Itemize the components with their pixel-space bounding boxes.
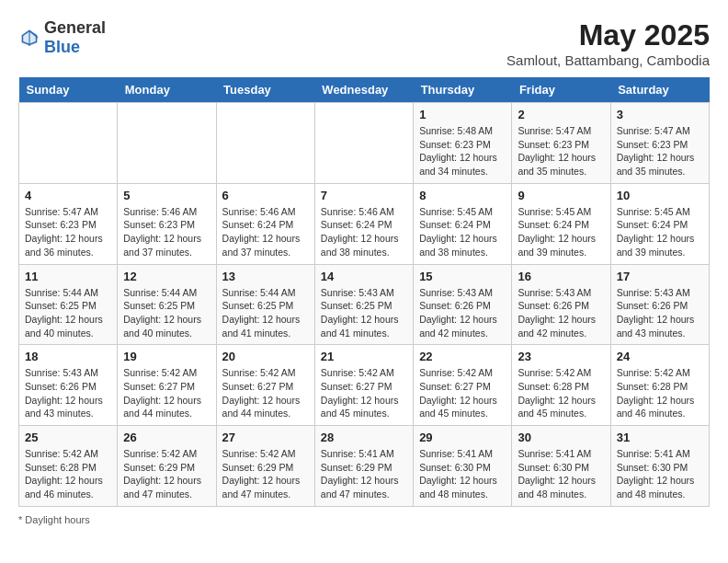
day-number: 31 — [617, 431, 703, 444]
page-header: General Blue May 2025 Samlout, Battamban… — [18, 18, 710, 68]
calendar-cell — [118, 103, 216, 184]
day-info: Sunrise: 5:42 AM Sunset: 6:27 PM Dayligh… — [419, 366, 506, 420]
day-number: 11 — [25, 270, 111, 283]
logo-general: General — [44, 18, 106, 37]
calendar-cell — [19, 103, 118, 184]
logo-text: General Blue — [44, 18, 106, 57]
day-header-monday: Monday — [118, 77, 216, 103]
calendar-cell: 9Sunrise: 5:45 AM Sunset: 6:24 PM Daylig… — [512, 183, 610, 264]
day-number: 17 — [617, 270, 703, 283]
logo-icon — [18, 27, 40, 49]
calendar-cell: 26Sunrise: 5:42 AM Sunset: 6:29 PM Dayli… — [118, 426, 216, 507]
calendar-cell: 22Sunrise: 5:42 AM Sunset: 6:27 PM Dayli… — [414, 345, 512, 426]
calendar-cell: 10Sunrise: 5:45 AM Sunset: 6:24 PM Dayli… — [610, 183, 709, 264]
logo-blue: Blue — [44, 38, 80, 56]
day-info: Sunrise: 5:44 AM Sunset: 6:25 PM Dayligh… — [222, 286, 309, 340]
day-number: 25 — [25, 431, 111, 444]
calendar-cell: 6Sunrise: 5:46 AM Sunset: 6:24 PM Daylig… — [216, 183, 314, 264]
calendar-cell: 28Sunrise: 5:41 AM Sunset: 6:29 PM Dayli… — [314, 426, 413, 507]
calendar-cell: 30Sunrise: 5:41 AM Sunset: 6:30 PM Dayli… — [512, 426, 610, 507]
day-number: 1 — [419, 108, 506, 121]
day-number: 28 — [321, 431, 407, 444]
calendar-table: SundayMondayTuesdayWednesdayThursdayFrid… — [18, 77, 710, 507]
title-block: May 2025 Samlout, Battambang, Cambodia — [506, 18, 710, 68]
day-info: Sunrise: 5:42 AM Sunset: 6:29 PM Dayligh… — [123, 447, 210, 501]
day-info: Sunrise: 5:43 AM Sunset: 6:26 PM Dayligh… — [419, 286, 506, 340]
day-header-saturday: Saturday — [610, 77, 709, 103]
calendar-cell: 5Sunrise: 5:46 AM Sunset: 6:23 PM Daylig… — [118, 183, 216, 264]
calendar-cell: 27Sunrise: 5:42 AM Sunset: 6:29 PM Dayli… — [216, 426, 314, 507]
calendar-cell: 29Sunrise: 5:41 AM Sunset: 6:30 PM Dayli… — [414, 426, 512, 507]
day-info: Sunrise: 5:47 AM Sunset: 6:23 PM Dayligh… — [25, 205, 111, 259]
calendar-cell — [216, 103, 314, 184]
day-header-sunday: Sunday — [19, 77, 118, 103]
day-info: Sunrise: 5:48 AM Sunset: 6:23 PM Dayligh… — [419, 124, 506, 178]
day-info: Sunrise: 5:42 AM Sunset: 6:27 PM Dayligh… — [222, 366, 309, 420]
day-number: 16 — [518, 270, 604, 283]
days-header-row: SundayMondayTuesdayWednesdayThursdayFrid… — [19, 77, 710, 103]
day-info: Sunrise: 5:42 AM Sunset: 6:27 PM Dayligh… — [321, 366, 407, 420]
day-info: Sunrise: 5:42 AM Sunset: 6:28 PM Dayligh… — [617, 366, 703, 420]
calendar-cell: 3Sunrise: 5:47 AM Sunset: 6:23 PM Daylig… — [610, 103, 709, 184]
day-info: Sunrise: 5:46 AM Sunset: 6:23 PM Dayligh… — [123, 205, 210, 259]
day-number: 2 — [518, 108, 604, 121]
day-number: 12 — [123, 270, 210, 283]
calendar-cell: 14Sunrise: 5:43 AM Sunset: 6:25 PM Dayli… — [314, 264, 413, 345]
day-number: 6 — [222, 189, 309, 202]
day-info: Sunrise: 5:43 AM Sunset: 6:25 PM Dayligh… — [321, 286, 407, 340]
day-number: 3 — [617, 108, 703, 121]
day-number: 18 — [25, 350, 111, 363]
day-info: Sunrise: 5:41 AM Sunset: 6:29 PM Dayligh… — [321, 447, 407, 501]
day-number: 26 — [123, 431, 210, 444]
day-info: Sunrise: 5:46 AM Sunset: 6:24 PM Dayligh… — [321, 205, 407, 259]
day-number: 7 — [321, 189, 407, 202]
day-number: 19 — [123, 350, 210, 363]
footer-note: * Daylight hours — [18, 514, 710, 525]
day-number: 23 — [518, 350, 604, 363]
day-number: 20 — [222, 350, 309, 363]
day-info: Sunrise: 5:45 AM Sunset: 6:24 PM Dayligh… — [419, 205, 506, 259]
calendar-week-0: 1Sunrise: 5:48 AM Sunset: 6:23 PM Daylig… — [19, 103, 710, 184]
calendar-cell: 4Sunrise: 5:47 AM Sunset: 6:23 PM Daylig… — [19, 183, 118, 264]
day-number: 30 — [518, 431, 604, 444]
day-header-wednesday: Wednesday — [314, 77, 413, 103]
calendar-cell: 21Sunrise: 5:42 AM Sunset: 6:27 PM Dayli… — [314, 345, 413, 426]
calendar-week-2: 11Sunrise: 5:44 AM Sunset: 6:25 PM Dayli… — [19, 264, 710, 345]
day-number: 22 — [419, 350, 506, 363]
calendar-week-1: 4Sunrise: 5:47 AM Sunset: 6:23 PM Daylig… — [19, 183, 710, 264]
day-number: 8 — [419, 189, 506, 202]
calendar-cell: 25Sunrise: 5:42 AM Sunset: 6:28 PM Dayli… — [19, 426, 118, 507]
day-info: Sunrise: 5:43 AM Sunset: 6:26 PM Dayligh… — [518, 286, 604, 340]
day-info: Sunrise: 5:44 AM Sunset: 6:25 PM Dayligh… — [123, 286, 210, 340]
day-info: Sunrise: 5:41 AM Sunset: 6:30 PM Dayligh… — [419, 447, 506, 501]
day-info: Sunrise: 5:45 AM Sunset: 6:24 PM Dayligh… — [518, 205, 604, 259]
day-info: Sunrise: 5:41 AM Sunset: 6:30 PM Dayligh… — [617, 447, 703, 501]
calendar-cell: 20Sunrise: 5:42 AM Sunset: 6:27 PM Dayli… — [216, 345, 314, 426]
day-number: 29 — [419, 431, 506, 444]
day-info: Sunrise: 5:45 AM Sunset: 6:24 PM Dayligh… — [617, 205, 703, 259]
day-info: Sunrise: 5:43 AM Sunset: 6:26 PM Dayligh… — [25, 366, 111, 420]
calendar-cell: 18Sunrise: 5:43 AM Sunset: 6:26 PM Dayli… — [19, 345, 118, 426]
calendar-cell — [314, 103, 413, 184]
day-header-friday: Friday — [512, 77, 610, 103]
day-info: Sunrise: 5:47 AM Sunset: 6:23 PM Dayligh… — [518, 124, 604, 178]
day-header-thursday: Thursday — [414, 77, 512, 103]
day-number: 21 — [321, 350, 407, 363]
calendar-cell: 8Sunrise: 5:45 AM Sunset: 6:24 PM Daylig… — [414, 183, 512, 264]
calendar-cell: 19Sunrise: 5:42 AM Sunset: 6:27 PM Dayli… — [118, 345, 216, 426]
calendar-cell: 11Sunrise: 5:44 AM Sunset: 6:25 PM Dayli… — [19, 264, 118, 345]
day-info: Sunrise: 5:47 AM Sunset: 6:23 PM Dayligh… — [617, 124, 703, 178]
day-number: 13 — [222, 270, 309, 283]
day-number: 27 — [222, 431, 309, 444]
calendar-cell: 15Sunrise: 5:43 AM Sunset: 6:26 PM Dayli… — [414, 264, 512, 345]
day-number: 9 — [518, 189, 604, 202]
day-info: Sunrise: 5:46 AM Sunset: 6:24 PM Dayligh… — [222, 205, 309, 259]
day-number: 24 — [617, 350, 703, 363]
calendar-week-3: 18Sunrise: 5:43 AM Sunset: 6:26 PM Dayli… — [19, 345, 710, 426]
day-info: Sunrise: 5:44 AM Sunset: 6:25 PM Dayligh… — [25, 286, 111, 340]
calendar-cell: 2Sunrise: 5:47 AM Sunset: 6:23 PM Daylig… — [512, 103, 610, 184]
day-number: 5 — [123, 189, 210, 202]
day-info: Sunrise: 5:42 AM Sunset: 6:29 PM Dayligh… — [222, 447, 309, 501]
day-info: Sunrise: 5:42 AM Sunset: 6:27 PM Dayligh… — [123, 366, 210, 420]
calendar-week-4: 25Sunrise: 5:42 AM Sunset: 6:28 PM Dayli… — [19, 426, 710, 507]
